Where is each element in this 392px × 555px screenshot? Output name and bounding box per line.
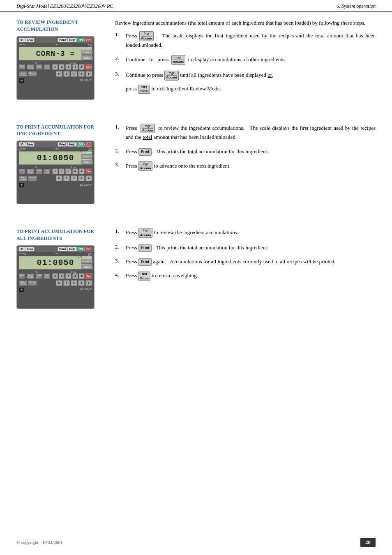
section1-steps: 1. Press IngrAccum . The scale displays …	[115, 31, 376, 96]
btn-ingr-accum-1: IngrAccum	[139, 31, 154, 41]
section2-steps: 1. Press IngrAccum to review the ingredi…	[115, 124, 376, 171]
header-right: 6. System operation	[337, 3, 376, 9]
btn-print-s2: Print	[138, 148, 152, 156]
dev-key-7: 7	[63, 71, 70, 77]
step3-3: 3. Press Print again. Accumulations for …	[115, 258, 376, 266]
section3-heading: TO PRINT ACCUMULATION FOR ALL INGREDIENT…	[16, 228, 99, 242]
section1-intro: Review ingredient accumulations (the tot…	[115, 19, 376, 27]
device1-image: ID Zero Print Help ON Off WaitingLoadPri…	[16, 36, 95, 100]
btn-ingr-accum-s2-1: IngrAccum	[141, 124, 155, 134]
page-header: Digi-Star Model EZ3200/EZ3200V/EZ3200V R…	[0, 0, 392, 12]
btn-print-s3-3: Print	[138, 258, 152, 266]
dev-side-function: Function	[81, 50, 93, 55]
device1-star-logo: ★	[19, 78, 24, 83]
dev-key-5: 55	[79, 64, 85, 70]
dev-key-8: 8	[71, 71, 77, 77]
device1-label: EZ 3200V	[80, 78, 92, 83]
btn-ingr-accum-s3-1: IngrAccum	[138, 228, 153, 238]
btn-ingr-accum-3: IngrAccum	[164, 71, 179, 81]
device1-side-buttons: TimerCounter Function Select	[81, 45, 93, 60]
dev-btn-help: Help	[67, 38, 77, 42]
btn-ingr-accum-2: IngrAccum	[171, 55, 186, 65]
device3-image: ID Zero Print Help ON Off WaitingLoadPri…	[16, 245, 95, 309]
dev-btn-on: ON	[77, 38, 85, 42]
btn-ingr-accum-s2-3: IngrAccum	[138, 161, 153, 171]
section2-heading: TO PRINT ACCUMULATION FOR ONE INGREDIENT	[16, 124, 99, 138]
section2-row: TO PRINT ACCUMULATION FOR ONE INGREDIENT…	[16, 124, 376, 217]
section3-steps: 1. Press IngrAccum to review the ingredi…	[115, 228, 376, 281]
dev-net-gross: NetGross	[43, 64, 51, 70]
step1-2: 2. Continue to press IngrAccum to displa…	[115, 55, 376, 65]
step3-1: 1. Press IngrAccum to review the ingredi…	[115, 228, 376, 238]
dev-key-6: 66	[56, 71, 62, 77]
step3-2: 2. Press Print . This prints the total a…	[115, 244, 376, 252]
footer-copyright: © copyright - 10/24/2001	[16, 540, 63, 545]
section1-row: TO REVIEW INGREDIENT ACCUMULATION ID Zer…	[16, 19, 376, 112]
dev-side-select: Select	[81, 55, 93, 60]
section3-row: TO PRINT ACCUMULATION FOR ALL INGREDIENT…	[16, 228, 376, 321]
section2-right: 1. Press IngrAccum to review the ingredi…	[107, 124, 376, 217]
step1-1: 1. Press IngrAccum . The scale displays …	[115, 31, 376, 49]
btn-print-s3-2: Print	[138, 244, 152, 252]
dev-btn-zero: Zero	[25, 38, 35, 42]
dev-btn-id: ID	[19, 38, 25, 42]
step2-2: 2. Press Print . This prints the total a…	[115, 147, 376, 156]
btn-net-gross-1: NetGross	[138, 85, 150, 94]
dev-load-unload: LoadUnload	[26, 64, 35, 70]
step2-1: 1. Press IngrAccum to review the ingredi…	[115, 124, 376, 142]
dev-key-3: 3	[65, 64, 71, 70]
dev-key-4: 4	[72, 64, 78, 70]
dev-ingr-accum: IngrAccum	[19, 71, 27, 77]
page-footer: © copyright - 10/24/2001 28	[0, 538, 392, 547]
section3-left: TO PRINT ACCUMULATION FOR ALL INGREDIENT…	[16, 228, 107, 321]
device1-bottom2: IngrAccum Recipe 66 7 8 9 0	[17, 71, 94, 78]
btn-net-gross-s3: NetGross	[138, 272, 150, 281]
dev-key-1: 1	[52, 64, 58, 70]
dev-key-0: 0	[85, 71, 92, 77]
dev-key-9: 9	[78, 71, 85, 77]
footer-pagenum: 28	[360, 538, 376, 547]
section2-left: TO PRINT ACCUMULATION FOR ONE INGREDIENT…	[16, 124, 107, 217]
step1-3: 3. Continue to press IngrAccum until all…	[115, 71, 376, 97]
section1-heading: TO REVIEW INGREDIENT ACCUMULATION	[16, 19, 99, 33]
section1-right: Review ingredient accumulations (the tot…	[107, 19, 376, 112]
device2-image: ID Zero Print Help ON Off WaitingLoadPri…	[16, 140, 95, 204]
step3-4: 4. Press NetGross to return to weighing.	[115, 272, 376, 281]
dev-key-clear: Clear	[85, 64, 92, 70]
section3-right: 1. Press IngrAccum to review the ingredi…	[107, 228, 376, 321]
header-left: Digi-Star Model EZ3200/EZ3200V/EZ3200V R…	[16, 3, 113, 9]
step2-3: 3. Press IngrAccum to advance onto the n…	[115, 161, 376, 171]
dev-tare: Tare	[19, 64, 25, 70]
dev-key-2: 2	[59, 64, 65, 70]
dev-recipe: Recipe	[28, 71, 37, 77]
device1-bottom-buttons: Tare LoadUnload Hold NetGross 1 2 3 4 55…	[17, 64, 94, 71]
dev-hold: Hold	[35, 64, 42, 70]
dev-btn-off: Off	[85, 38, 92, 42]
section1-left: TO REVIEW INGREDIENT ACCUMULATION ID Zer…	[16, 19, 107, 112]
dev-btn-print: Print	[58, 38, 67, 42]
page: Digi-Star Model EZ3200/EZ3200V/EZ3200V R…	[0, 0, 392, 555]
